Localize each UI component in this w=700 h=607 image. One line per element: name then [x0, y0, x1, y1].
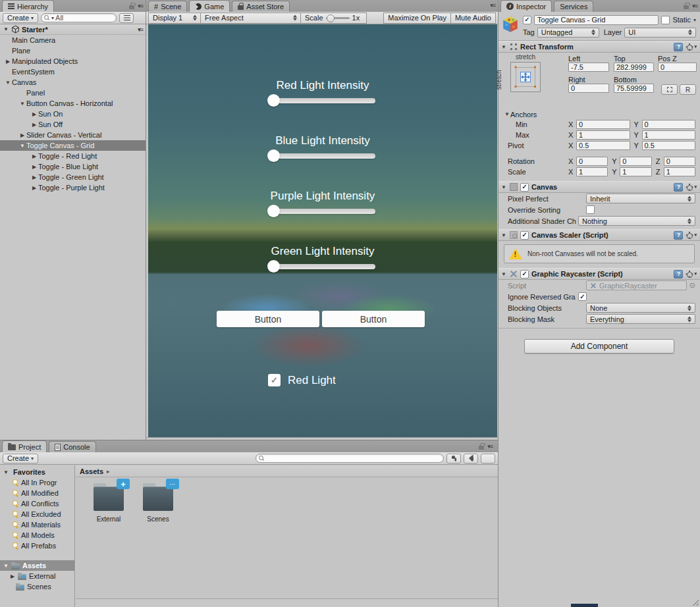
slider-track-green[interactable]: [270, 264, 375, 269]
panel-menu-icon[interactable]: ▾≡: [487, 443, 493, 450]
anchor-preset-widget[interactable]: [510, 62, 541, 92]
maximize-on-play-button[interactable]: Maximize On Play: [383, 13, 451, 24]
anchors-foldout[interactable]: ▼ Anchors: [498, 109, 700, 119]
tab-services[interactable]: Services: [554, 1, 593, 12]
tag-dropdown[interactable]: Untagged: [537, 28, 599, 38]
rect-transform-header[interactable]: ▼ Rect Transform ? ▾: [498, 41, 700, 53]
breadcrumb[interactable]: Assets ▸: [76, 465, 498, 477]
hierarchy-item-sun-on[interactable]: ▶Sun On: [0, 109, 146, 119]
asset-folder-external[interactable]: + External: [90, 483, 128, 523]
hierarchy-item-button-canvas[interactable]: ▼Button Canvas - Horizontal: [0, 98, 146, 109]
hierarchy-create-button[interactable]: Create ▾: [3, 13, 38, 23]
tab-game[interactable]: Game: [189, 0, 230, 12]
project-search-input[interactable]: [256, 454, 444, 463]
search-by-label-button[interactable]: [464, 454, 478, 463]
game-button-2[interactable]: Button: [322, 311, 425, 327]
blocking-mask-dropdown[interactable]: Everything: [586, 314, 695, 324]
hierarchy-item-toggle-purple[interactable]: ▶Toggle - Purple Light: [0, 182, 146, 193]
scale-z-field[interactable]: 1: [664, 167, 695, 176]
scale-slider[interactable]: [326, 17, 350, 19]
slider-track-blue[interactable]: [270, 153, 375, 159]
lock-icon[interactable]: [479, 446, 484, 450]
window-resize-grip[interactable]: [691, 598, 699, 606]
blueprint-mode-button[interactable]: [661, 84, 678, 95]
blocking-objects-dropdown[interactable]: None: [586, 303, 695, 313]
canvas-enabled-checkbox[interactable]: ✓: [520, 183, 529, 192]
scene-row[interactable]: ▼ Starter* ▾≡: [0, 24, 146, 35]
object-name-field[interactable]: Toggle Canvas - Grid: [534, 15, 659, 25]
posz-field[interactable]: 0: [658, 63, 697, 72]
max-x-field[interactable]: 1: [576, 130, 630, 140]
assets-root-row[interactable]: ▼ Assets: [0, 560, 74, 571]
favorite-all-materials[interactable]: All Materials: [0, 519, 74, 530]
layer-dropdown[interactable]: UI: [624, 28, 696, 38]
override-sorting-checkbox[interactable]: [586, 205, 595, 214]
favorites-row[interactable]: ▼ Favorites: [0, 467, 74, 477]
favorite-all-excluded[interactable]: All Excluded: [0, 509, 74, 519]
lock-icon[interactable]: [684, 5, 689, 9]
static-checkbox[interactable]: [661, 16, 670, 24]
help-icon[interactable]: ?: [674, 183, 683, 192]
hierarchy-item-panel[interactable]: Panel: [0, 88, 146, 98]
mute-audio-button[interactable]: Mute Audio: [451, 13, 496, 24]
canvas-header[interactable]: ▼ ✓ Canvas ? ▾: [498, 181, 700, 193]
bottom-field[interactable]: 75.59999: [614, 84, 654, 93]
slider-track-red[interactable]: [270, 98, 375, 103]
gear-icon[interactable]: [686, 184, 693, 191]
graphic-raycaster-header[interactable]: ▼ ✓ Graphic Raycaster (Script) ? ▾: [498, 268, 700, 280]
slider-track-purple[interactable]: [270, 209, 375, 214]
hierarchy-item-toggle-green[interactable]: ▶Toggle - Green Light: [0, 172, 146, 182]
hierarchy-item-manipulated-objects[interactable]: ▶Manipulated Objects: [0, 56, 146, 66]
favorite-all-in-progress[interactable]: All In Progr: [0, 477, 74, 488]
favorite-search-button[interactable]: [481, 454, 495, 463]
top-field[interactable]: 282.9999: [614, 63, 654, 72]
hierarchy-item-toggle-red[interactable]: ▶Toggle - Red Light: [0, 151, 146, 161]
foldout-icon[interactable]: ▼: [500, 271, 507, 277]
tab-inspector[interactable]: i Inspector: [500, 0, 552, 12]
favorite-all-prefabs[interactable]: All Prefabs: [0, 541, 74, 551]
additional-shader-dropdown[interactable]: Nothing: [578, 216, 695, 226]
foldout-icon[interactable]: ▼: [3, 469, 9, 475]
game-button-1[interactable]: Button: [217, 311, 319, 327]
slider-handle-red[interactable]: [267, 94, 280, 107]
red-light-checkbox[interactable]: ✓: [268, 374, 281, 386]
hierarchy-item-slider-canvas[interactable]: ▶Slider Canvas - Vertical: [0, 130, 146, 140]
script-object-field[interactable]: GraphicRaycaster: [586, 280, 687, 290]
pivot-x-field[interactable]: 0.5: [576, 141, 630, 150]
object-picker-icon[interactable]: ⊙: [689, 281, 695, 290]
hierarchy-item-main-camera[interactable]: Main Camera: [0, 35, 146, 45]
favorite-all-models[interactable]: All Models: [0, 530, 74, 541]
rotation-z-field[interactable]: 0: [664, 157, 695, 166]
help-icon[interactable]: ?: [674, 231, 683, 240]
foldout-icon[interactable]: ▼: [500, 232, 507, 238]
hierarchy-item-toggle-canvas-selected[interactable]: ▼Toggle Canvas - Grid: [0, 140, 146, 151]
ignore-reversed-checkbox[interactable]: ✓: [578, 292, 587, 301]
slider-handle-blue[interactable]: [267, 149, 280, 162]
aspect-dropdown[interactable]: Free Aspect: [201, 13, 301, 24]
foldout-icon[interactable]: ▼: [500, 184, 507, 190]
favorite-all-conflicts[interactable]: All Conflicts: [0, 498, 74, 509]
project-create-button[interactable]: Create ▾: [3, 454, 38, 463]
hierarchy-item-plane[interactable]: Plane: [0, 45, 146, 56]
min-x-field[interactable]: 0: [576, 120, 630, 129]
scene-foldout-icon[interactable]: ▼: [3, 26, 9, 32]
static-dropdown-icon[interactable]: ▾: [693, 17, 696, 23]
rotation-y-field[interactable]: 0: [620, 157, 651, 166]
lock-icon[interactable]: [129, 5, 134, 9]
help-icon[interactable]: ?: [674, 43, 683, 51]
slider-handle-green[interactable]: [267, 260, 280, 273]
pivot-y-field[interactable]: 0.5: [642, 141, 696, 150]
tab-project[interactable]: Project: [2, 440, 47, 452]
tree-external-row[interactable]: ▶ External: [0, 571, 74, 581]
search-by-type-button[interactable]: [446, 454, 461, 463]
scene-menu-icon[interactable]: ▾≡: [138, 26, 143, 33]
max-y-field[interactable]: 1: [642, 130, 696, 140]
right-field[interactable]: 0: [568, 84, 609, 93]
left-field[interactable]: -7.5: [568, 63, 609, 72]
panel-menu-icon[interactable]: ▾≡: [138, 3, 143, 9]
min-y-field[interactable]: 0: [642, 120, 696, 129]
pixel-perfect-dropdown[interactable]: Inherit: [586, 194, 695, 203]
hierarchy-item-toggle-blue[interactable]: ▶Toggle - Blue Light: [0, 161, 146, 172]
foldout-icon[interactable]: ▼: [3, 563, 9, 569]
hierarchy-item-canvas[interactable]: ▼Canvas: [0, 77, 146, 88]
